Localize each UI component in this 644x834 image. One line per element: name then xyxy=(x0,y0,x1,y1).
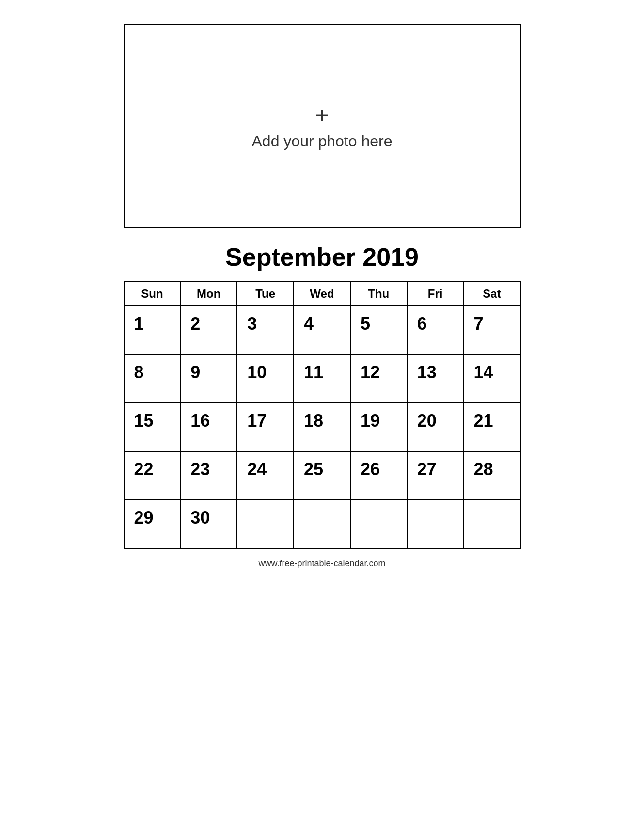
page-container: + Add your photo here September 2019 Sun… xyxy=(104,10,540,578)
calendar-day-cell[interactable]: 21 xyxy=(464,403,520,451)
calendar-day-cell xyxy=(294,500,350,548)
header-sat: Sat xyxy=(464,282,520,306)
calendar-day-cell[interactable]: 25 xyxy=(294,451,350,500)
calendar-header-row: Sun Mon Tue Wed Thu Fri Sat xyxy=(124,282,520,306)
calendar-week-row: 1234567 xyxy=(124,306,520,354)
calendar-day-cell[interactable]: 7 xyxy=(464,306,520,354)
calendar-day-cell[interactable]: 5 xyxy=(350,306,407,354)
calendar-day-cell[interactable]: 1 xyxy=(124,306,181,354)
calendar-day-cell[interactable]: 4 xyxy=(294,306,350,354)
calendar-day-cell[interactable]: 23 xyxy=(180,451,237,500)
calendar-day-cell[interactable]: 8 xyxy=(124,354,181,403)
month-title: September 2019 xyxy=(124,242,521,272)
calendar-week-row: 891011121314 xyxy=(124,354,520,403)
calendar-day-cell xyxy=(464,500,520,548)
calendar-day-cell[interactable]: 15 xyxy=(124,403,181,451)
photo-placeholder-text: Add your photo here xyxy=(252,132,393,150)
calendar-day-cell[interactable]: 13 xyxy=(407,354,464,403)
photo-plus-symbol: + xyxy=(315,102,329,128)
header-mon: Mon xyxy=(180,282,237,306)
calendar-day-cell[interactable]: 27 xyxy=(407,451,464,500)
calendar-day-cell[interactable]: 18 xyxy=(294,403,350,451)
calendar-day-cell[interactable]: 16 xyxy=(180,403,237,451)
calendar-day-cell xyxy=(407,500,464,548)
calendar-day-cell[interactable]: 29 xyxy=(124,500,181,548)
calendar-day-cell[interactable]: 24 xyxy=(237,451,294,500)
calendar-day-cell[interactable]: 19 xyxy=(350,403,407,451)
header-fri: Fri xyxy=(407,282,464,306)
header-tue: Tue xyxy=(237,282,294,306)
calendar-day-cell[interactable]: 6 xyxy=(407,306,464,354)
calendar-day-cell[interactable]: 14 xyxy=(464,354,520,403)
photo-placeholder[interactable]: + Add your photo here xyxy=(124,24,521,228)
calendar-week-row: 22232425262728 xyxy=(124,451,520,500)
calendar-day-cell[interactable]: 17 xyxy=(237,403,294,451)
calendar-day-cell[interactable]: 20 xyxy=(407,403,464,451)
calendar-day-cell[interactable]: 30 xyxy=(180,500,237,548)
calendar-day-cell xyxy=(237,500,294,548)
calendar-day-cell xyxy=(350,500,407,548)
calendar-day-cell[interactable]: 3 xyxy=(237,306,294,354)
header-wed: Wed xyxy=(294,282,350,306)
calendar-day-cell[interactable]: 12 xyxy=(350,354,407,403)
calendar-day-cell[interactable]: 26 xyxy=(350,451,407,500)
calendar-day-cell[interactable]: 2 xyxy=(180,306,237,354)
calendar-week-row: 15161718192021 xyxy=(124,403,520,451)
calendar-day-cell[interactable]: 9 xyxy=(180,354,237,403)
calendar-day-cell[interactable]: 10 xyxy=(237,354,294,403)
calendar-week-row: 2930 xyxy=(124,500,520,548)
calendar-table: Sun Mon Tue Wed Thu Fri Sat 123456789101… xyxy=(124,281,521,549)
header-thu: Thu xyxy=(350,282,407,306)
calendar-day-cell[interactable]: 22 xyxy=(124,451,181,500)
calendar-day-cell[interactable]: 28 xyxy=(464,451,520,500)
header-sun: Sun xyxy=(124,282,181,306)
footer-url: www.free-printable-calendar.com xyxy=(124,559,521,569)
calendar-day-cell[interactable]: 11 xyxy=(294,354,350,403)
